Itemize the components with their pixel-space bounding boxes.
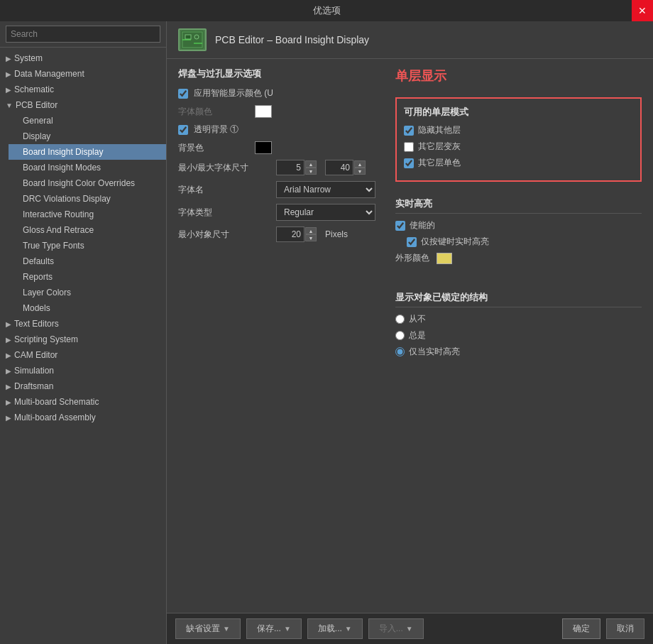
sidebar-item-reports[interactable]: Reports — [9, 269, 166, 285]
max-font-down-button[interactable]: ▼ — [354, 168, 366, 175]
always-radio[interactable] — [395, 331, 405, 340]
sidebar-item-draftsman[interactable]: ▶ Draftsman — [0, 378, 166, 394]
sidebar-item-gloss-and-retrace[interactable]: Gloss And Retrace — [9, 222, 166, 238]
bottom-right-buttons: 确定 取消 — [562, 618, 644, 639]
import-button[interactable]: 导入... ▼ — [368, 618, 424, 639]
min-obj-up-button[interactable]: ▲ — [305, 227, 317, 234]
dropdown-arrow-icon: ▼ — [284, 625, 291, 633]
font-name-select[interactable]: Arial Narrow Arial Courier New Tahoma — [276, 181, 375, 198]
show-locked-panel: 显示对象已锁定的结构 从不 总是 仅当实时高亮 — [395, 284, 642, 369]
bg-color-swatch[interactable] — [255, 141, 272, 154]
mode-gray-label: 其它层变灰 — [418, 141, 461, 153]
when-highlight-radio[interactable] — [395, 347, 405, 356]
sidebar-item-label: System — [14, 53, 43, 63]
search-box — [0, 21, 166, 48]
sidebar-item-schematic[interactable]: ▶ Schematic — [0, 82, 166, 97]
only-key-label: 仅按键时实时高亮 — [421, 236, 489, 248]
transparent-bg-checkbox[interactable] — [178, 125, 188, 135]
only-key-row: 仅按键时实时高亮 — [395, 236, 642, 248]
mode-mono-checkbox[interactable] — [404, 158, 414, 168]
sidebar-item-simulation[interactable]: ▶ Simulation — [0, 363, 166, 378]
min-obj-size-row: 最小对象尺寸 ▲ ▼ Pixels — [178, 227, 384, 242]
sidebar-item-true-type-fonts[interactable]: True Type Fonts — [9, 238, 166, 253]
sidebar-item-general[interactable]: General — [9, 113, 166, 129]
arrow-icon: ▶ — [6, 414, 11, 422]
when-highlight-row: 仅当实时高亮 — [395, 346, 642, 358]
sidebar-item-interactive-routing[interactable]: Interactive Routing — [9, 207, 166, 222]
only-key-checkbox[interactable] — [407, 237, 417, 247]
min-obj-spin-buttons: ▲ ▼ — [305, 227, 317, 241]
apply-smart-color-row: 应用智能显示颜色 (U — [178, 87, 384, 99]
sidebar-item-label: Simulation — [14, 366, 54, 376]
max-font-input[interactable] — [325, 160, 353, 175]
sidebar-item-display[interactable]: Display — [9, 129, 166, 144]
arrow-icon: ▶ — [6, 336, 11, 344]
close-button[interactable]: ✕ — [632, 0, 653, 21]
sidebar-item-data-management[interactable]: ▶ Data Management — [0, 66, 166, 82]
mode-mono-row: 其它层单色 — [404, 157, 633, 169]
search-input[interactable] — [6, 26, 160, 43]
sidebar-item-label: Multi-board Schematic — [14, 397, 99, 407]
arrow-icon: ▼ — [6, 102, 13, 109]
mode-mono-label: 其它层单色 — [418, 157, 461, 169]
min-font-up-button[interactable]: ▲ — [305, 160, 317, 168]
arrow-icon: ▶ — [6, 367, 11, 375]
enable-checkbox[interactable] — [395, 221, 405, 231]
sidebar-item-models[interactable]: Models — [9, 300, 166, 316]
outline-color-swatch[interactable] — [437, 253, 452, 264]
mode-gray-checkbox[interactable] — [404, 142, 414, 152]
content-body: 焊盘与过孔显示选项 应用智能显示颜色 (U 字体颜色 透明背景 ① — [167, 59, 653, 613]
apply-smart-color-checkbox[interactable] — [178, 89, 188, 99]
arrow-icon: ▶ — [6, 320, 11, 328]
bg-color-row: 背景色 — [178, 141, 384, 154]
font-color-swatch[interactable] — [255, 105, 272, 118]
sidebar-item-system[interactable]: ▶ System — [0, 50, 166, 66]
min-font-input[interactable] — [276, 160, 304, 175]
min-max-font-label: 最小/最大字体尺寸 — [178, 162, 270, 174]
never-label: 从不 — [409, 313, 426, 325]
sidebar-item-text-editors[interactable]: ▶ Text Editors — [0, 316, 166, 332]
min-font-down-button[interactable]: ▼ — [305, 168, 317, 175]
sidebar-item-cam-editor[interactable]: ▶ CAM Editor — [0, 347, 166, 363]
tree: ▶ System ▶ Data Management ▶ Schematic ▼… — [0, 48, 166, 644]
realtime-highlight-title: 实时高亮 — [395, 197, 642, 214]
arrow-icon: ▶ — [6, 86, 11, 94]
svg-rect-2 — [185, 35, 191, 39]
mode-hide-label: 隐藏其他层 — [418, 124, 461, 136]
pixels-label: Pixels — [325, 229, 348, 239]
content-header: PCB Editor – Board Insight Display — [167, 21, 653, 59]
sidebar-item-multi-board-assembly[interactable]: ▶ Multi-board Assembly — [0, 410, 166, 425]
arrow-icon: ▶ — [6, 70, 11, 78]
cancel-button[interactable]: 取消 — [606, 618, 644, 639]
sidebar: ▶ System ▶ Data Management ▶ Schematic ▼… — [0, 21, 167, 644]
save-button[interactable]: 保存... ▼ — [246, 618, 302, 639]
sidebar-item-defaults[interactable]: Defaults — [9, 253, 166, 269]
never-radio[interactable] — [395, 315, 405, 324]
sidebar-item-board-insight-display[interactable]: Board Insight Display — [9, 144, 166, 160]
max-font-up-button[interactable]: ▲ — [354, 160, 366, 168]
font-type-select[interactable]: Regular Bold Italic Bold Italic — [276, 204, 375, 221]
font-type-label: 字体类型 — [178, 207, 270, 219]
min-obj-down-button[interactable]: ▼ — [305, 234, 317, 241]
sidebar-item-label: Multi-board Assembly — [14, 413, 96, 422]
sidebar-item-board-insight-color-overrides[interactable]: Board Insight Color Overrides — [9, 175, 166, 191]
mode-hide-checkbox[interactable] — [404, 126, 414, 136]
default-settings-button[interactable]: 缺省设置 ▼ — [175, 618, 241, 639]
load-button[interactable]: 加载... ▼ — [307, 618, 363, 639]
always-label: 总是 — [409, 329, 426, 342]
realtime-highlight-panel: 实时高亮 使能的 仅按键时实时高亮 外形颜色 — [395, 190, 642, 275]
sidebar-item-label: PCB Editor — [16, 100, 57, 110]
right-panel: 单层显示 可用的单层模式 隐藏其他层 其它层变灰 — [395, 67, 642, 604]
sidebar-item-drc-violations-display[interactable]: DRC Violations Display — [9, 191, 166, 207]
font-color-label: 字体颜色 — [178, 106, 249, 118]
sidebar-item-layer-colors[interactable]: Layer Colors — [9, 285, 166, 300]
sidebar-item-multi-board-schematic[interactable]: ▶ Multi-board Schematic — [0, 394, 166, 410]
pcb-editor-children: General Display Board Insight Display Bo… — [0, 113, 166, 316]
sidebar-item-pcb-editor[interactable]: ▼ PCB Editor — [0, 97, 166, 113]
sidebar-item-label: Schematic — [14, 84, 54, 94]
confirm-button[interactable]: 确定 — [562, 618, 600, 639]
sidebar-item-scripting-system[interactable]: ▶ Scripting System — [0, 332, 166, 347]
sidebar-item-board-insight-modes[interactable]: Board Insight Modes — [9, 160, 166, 175]
min-obj-input[interactable] — [276, 227, 304, 242]
window-title: 优选项 — [313, 4, 341, 17]
